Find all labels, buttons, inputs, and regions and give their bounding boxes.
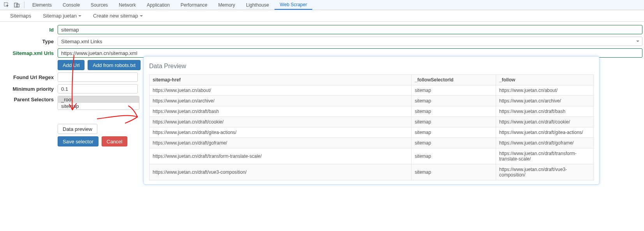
add-url-button-label: Add Url [63,62,79,68]
label-parent: Parent Selectors [0,96,58,102]
table-cell: https://www.juetan.cn/draft/transform-tr… [150,148,412,149]
parent-option[interactable]: sitemap [58,103,139,109]
devtools-tab-sources[interactable]: Sources [85,0,113,10]
caret-down-icon [636,41,639,42]
table-cell: https://www.juetan.cn/draft/bash [150,106,412,117]
table-row: https://www.juetan.cn/draft/transform-tr… [150,148,594,149]
toolbar-sitemap-current-label: Sitemap juetan [43,13,77,19]
table-cell: https://www.juetan.cn/draft/cookie/ [496,117,593,127]
save-selector-button[interactable]: Save selector [58,136,99,146]
preview-col-header: _follow [496,75,593,85]
table-cell: sitemap [412,117,496,127]
toolbar-create-sitemap[interactable]: Create new sitemap [93,13,143,19]
table-cell: https://www.juetan.cn/archive/ [150,96,412,106]
devtools-tab-network[interactable]: Network [113,0,141,10]
table-cell: sitemap [412,106,496,117]
inspect-icon[interactable] [2,0,12,10]
table-row: https://www.juetan.cn/draft/bashsitemaph… [150,106,594,117]
toolbar-sitemaps-label: Sitemaps [10,13,31,19]
cancel-button[interactable]: Cancel [102,136,127,146]
devtools-tab-lighthouse[interactable]: Lighthouse [241,0,274,10]
devtools-tab-elements[interactable]: Elements [27,0,57,10]
devtools-tab-bar: ElementsConsoleSourcesNetworkApplication… [0,0,644,10]
save-selector-button-label: Save selector [63,139,93,145]
table-cell: https://www.juetan.cn/draft/transform-tr… [496,148,593,149]
table-cell: sitemap [412,148,496,149]
table-cell: https://www.juetan.cn/draft/bash [496,106,593,117]
parent-option[interactable]: _root [58,96,139,103]
svg-rect-2 [16,4,19,7]
table-row: https://www.juetan.cn/draft/gitea-action… [150,127,594,138]
devtools-tab-performance[interactable]: Performance [175,0,213,10]
devtools-tab-web-scraper[interactable]: Web Scraper [274,0,313,10]
add-from-robots-button[interactable]: Add from robots.txt [88,60,141,70]
table-row: https://www.juetan.cn/draft/goframe/site… [150,138,594,148]
table-cell: https://www.juetan.cn/about/ [496,85,593,96]
table-row: https://www.juetan.cn/about/sitemaphttps… [150,85,594,96]
data-preview-button[interactable]: Data preview [58,124,97,134]
caret-down-icon [78,15,81,17]
table-cell: https://www.juetan.cn/about/ [150,85,412,96]
table-cell: https://www.juetan.cn/draft/gitea-action… [150,127,412,138]
data-preview-popover: Data Preview sitemap-href_followSelector… [143,56,600,149]
caret-down-icon [140,15,143,17]
cancel-button-label: Cancel [107,139,122,145]
data-preview-title: Data Preview [149,63,594,70]
add-from-robots-button-label: Add from robots.txt [93,62,135,68]
preview-col-header: _followSelectorId [412,75,496,85]
devtools-tab-memory[interactable]: Memory [213,0,241,10]
preview-col-header: sitemap-href [150,75,412,85]
table-cell: https://www.juetan.cn/draft/cookie/ [150,117,412,127]
toolbar-sitemaps[interactable]: Sitemaps [10,13,31,19]
table-cell: sitemap [412,85,496,96]
label-priority: Minimum priority [0,86,58,92]
table-cell: https://www.juetan.cn/draft/goframe/ [496,138,593,148]
input-id[interactable] [58,25,642,34]
devtools-tab-console[interactable]: Console [57,0,85,10]
parent-selectors-list[interactable]: _rootsitemap [58,96,139,110]
svg-rect-1 [14,3,18,7]
input-priority[interactable] [58,84,138,93]
device-toolbar-icon[interactable] [12,0,22,10]
toolbar-create-sitemap-label: Create new sitemap [93,13,138,19]
webscraper-toolbar: Sitemaps Sitemap juetan Create new sitem… [0,10,644,22]
select-type[interactable]: Sitemap.xml Links [58,37,642,46]
table-cell: sitemap [412,138,496,148]
table-cell: https://www.juetan.cn/draft/gitea-action… [496,127,593,138]
table-row: https://www.juetan.cn/draft/cookie/sitem… [150,117,594,127]
label-regex: Found Url Regex [0,74,58,80]
data-preview-table: sitemap-href_followSelectorId_follow htt… [149,74,594,149]
table-cell: https://www.juetan.cn/archive/ [496,96,593,106]
label-type: Type [0,39,58,44]
label-urls: Sitemap.xml Urls [0,50,58,56]
input-regex[interactable] [58,72,138,82]
table-cell: https://www.juetan.cn/draft/goframe/ [150,138,412,148]
table-row: https://www.juetan.cn/archive/sitemaphtt… [150,96,594,106]
toolbar-sitemap-current[interactable]: Sitemap juetan [43,13,81,19]
table-cell: sitemap [412,96,496,106]
label-id: Id [0,27,58,33]
data-preview-button-label: Data preview [63,126,92,132]
table-cell: sitemap [412,127,496,138]
devtools-tab-application[interactable]: Application [141,0,175,10]
add-url-button[interactable]: Add Url [58,60,84,70]
